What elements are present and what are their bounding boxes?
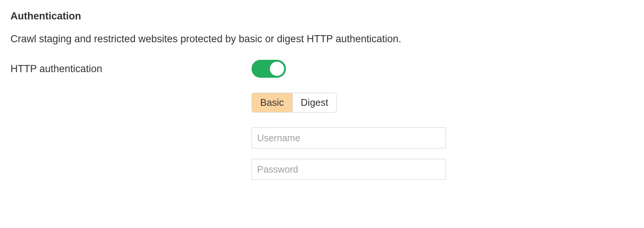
auth-type-selector: Basic Digest — [252, 93, 337, 113]
auth-type-digest-button[interactable]: Digest — [292, 93, 337, 112]
http-auth-toggle[interactable] — [252, 60, 286, 78]
form-controls: Basic Digest — [252, 60, 446, 184]
username-field[interactable] — [252, 127, 446, 148]
auth-type-basic-button[interactable]: Basic — [252, 93, 292, 112]
http-auth-label: HTTP authentication — [10, 60, 252, 76]
section-description: Crawl staging and restricted websites pr… — [10, 33, 634, 45]
http-auth-row: HTTP authentication Basic Digest — [10, 60, 634, 184]
section-title: Authentication — [10, 10, 634, 22]
toggle-knob — [270, 62, 284, 76]
password-field[interactable] — [252, 159, 446, 180]
